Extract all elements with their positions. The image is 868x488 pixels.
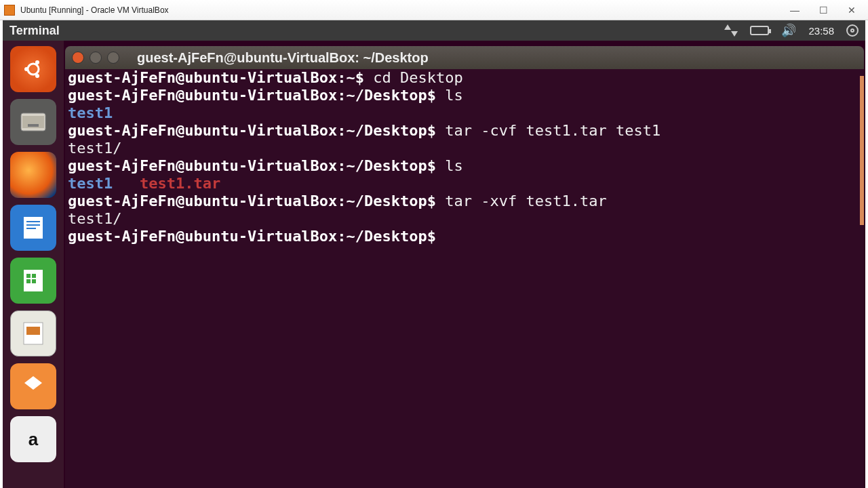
- tar-output: test1/: [68, 140, 121, 157]
- svg-point-1: [24, 67, 28, 71]
- terminal-close-button[interactable]: [72, 52, 84, 64]
- battery-icon[interactable]: [750, 26, 769, 35]
- ubuntu-menubar[interactable]: Terminal 🔊 23:58: [3, 20, 865, 41]
- svg-rect-8: [26, 221, 40, 222]
- launcher-software-icon[interactable]: [10, 363, 56, 409]
- svg-point-0: [28, 64, 39, 75]
- virtualbox-icon: [4, 5, 15, 16]
- launcher-impress-icon[interactable]: [10, 310, 56, 357]
- launcher-files-icon[interactable]: [10, 99, 56, 145]
- command-empty: [436, 228, 445, 245]
- virtualbox-title: Ubuntu [Running] - Oracle VM VirtualBox: [20, 5, 169, 15]
- launcher-calc-icon[interactable]: [10, 258, 56, 304]
- prompt: guest-AjFeFn@ubuntu-VirtualBox:~/Desktop…: [68, 228, 436, 245]
- svg-rect-15: [32, 279, 36, 283]
- prompt: guest-AjFeFn@ubuntu-VirtualBox:~/Desktop…: [68, 122, 436, 139]
- prompt: guest-AjFeFn@ubuntu-VirtualBox:~/Desktop…: [68, 192, 436, 209]
- settings-gear-icon[interactable]: [846, 24, 859, 37]
- window-close-button[interactable]: ✕: [844, 5, 860, 16]
- ls-output-dir: test1: [68, 175, 113, 192]
- terminal-minimize-button[interactable]: [90, 52, 102, 64]
- gap: [113, 175, 140, 192]
- svg-rect-14: [26, 279, 31, 283]
- svg-point-2: [35, 60, 39, 64]
- svg-rect-10: [26, 228, 36, 229]
- prompt: guest-AjFeFn@ubuntu-VirtualBox:~/Desktop…: [68, 157, 436, 174]
- menubar-app-name[interactable]: Terminal: [9, 24, 60, 38]
- terminal-maximize-button[interactable]: [107, 52, 119, 64]
- terminal-window: guest-AjFeFn@ubuntu-VirtualBox: ~/Deskto…: [65, 46, 864, 488]
- launcher-dash-icon[interactable]: [10, 46, 56, 92]
- svg-point-3: [35, 74, 39, 78]
- launcher-writer-icon[interactable]: [10, 205, 56, 251]
- svg-rect-13: [32, 274, 36, 278]
- ls-output-tarfile: test1.tar: [140, 175, 220, 192]
- virtualbox-titlebar: Ubuntu [Running] - Oracle VM VirtualBox …: [0, 0, 868, 20]
- network-icon[interactable]: [724, 24, 738, 37]
- command-tar-create: tar -cvf test1.tar test1: [436, 122, 660, 139]
- command-cd: cd Desktop: [364, 69, 463, 86]
- prompt: guest-AjFeFn@ubuntu-VirtualBox:~/Desktop…: [68, 87, 436, 104]
- terminal-scrollbar[interactable]: [860, 76, 864, 225]
- terminal-titlebar[interactable]: guest-AjFeFn@ubuntu-VirtualBox: ~/Deskto…: [65, 46, 864, 69]
- command-tar-extract: tar -xvf test1.tar: [436, 192, 607, 209]
- command-ls: ls: [436, 157, 463, 174]
- ls-output-dir: test1: [68, 104, 113, 121]
- ubuntu-screen: Terminal 🔊 23:58 a: [3, 20, 865, 488]
- launcher-amazon-icon[interactable]: a: [10, 416, 56, 462]
- svg-rect-17: [26, 327, 40, 335]
- window-maximize-button[interactable]: ☐: [815, 5, 831, 16]
- svg-rect-9: [26, 224, 40, 226]
- clock[interactable]: 23:58: [808, 25, 834, 37]
- window-minimize-button[interactable]: —: [787, 5, 803, 16]
- unity-launcher: a: [3, 41, 64, 488]
- terminal-title: guest-AjFeFn@ubuntu-VirtualBox: ~/Deskto…: [137, 50, 429, 66]
- svg-rect-12: [26, 274, 31, 278]
- tar-output: test1/: [68, 210, 121, 227]
- command-ls: ls: [436, 87, 463, 104]
- launcher-firefox-icon[interactable]: [10, 152, 56, 198]
- volume-icon[interactable]: 🔊: [781, 23, 796, 38]
- terminal-body[interactable]: guest-AjFeFn@ubuntu-VirtualBox:~$ cd Des…: [65, 69, 864, 488]
- svg-rect-6: [28, 124, 39, 127]
- prompt: guest-AjFeFn@ubuntu-VirtualBox:~$: [68, 69, 364, 86]
